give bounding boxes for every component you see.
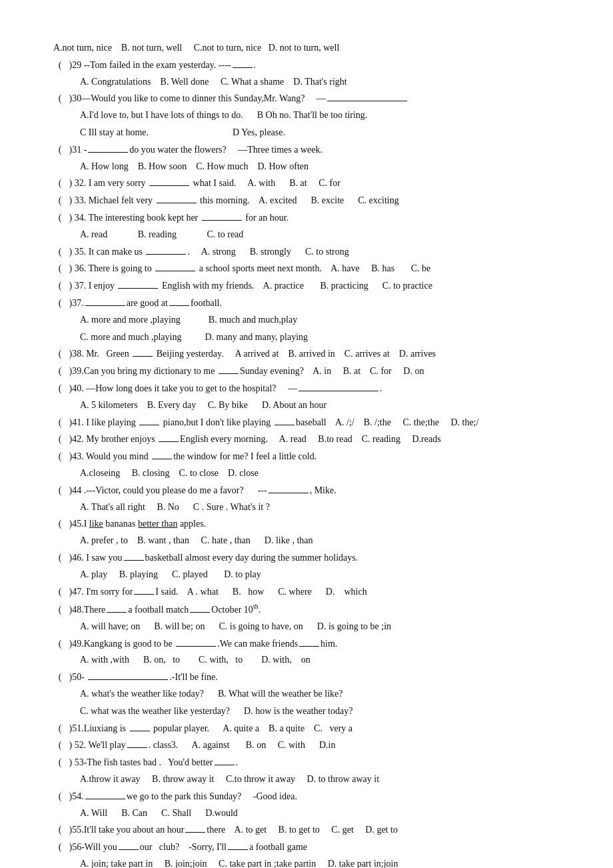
blank-38 [133, 356, 153, 357]
q54-text: )54.we go to the park this Sunday? -Good… [67, 789, 297, 805]
blank-52 [127, 747, 147, 748]
q40-text: )40. —How long does it take you to get t… [67, 381, 382, 397]
paren-left-50: ( [53, 669, 67, 685]
q29-options: A. Congratulations B. Well done C. What … [80, 74, 560, 90]
q44-text: )44 .---Victor, could you please do me a… [67, 483, 336, 499]
question-36: ( ) 36. There is going to a school sport… [53, 261, 560, 277]
blank-34 [202, 220, 242, 221]
blank-37a [118, 288, 158, 289]
question-53: ( ) 53-The fish tastes bad . You'd bette… [53, 755, 560, 787]
question-37a: ( ) 37. I enjoy English with my friends.… [53, 278, 560, 294]
paren-left-49: ( [53, 636, 67, 652]
paren-left-36: ( [53, 261, 67, 277]
blank-36 [155, 271, 195, 271]
q48-text: )48.Therea football matchOctober 10th. [67, 601, 261, 617]
q29-opt: A. Congratulations B. Well done C. What … [80, 74, 347, 90]
q54-options: A. Will B. Can C. Shall D.would [80, 805, 560, 821]
q53-options: A.throw it away B. throw away it C.to th… [80, 771, 560, 787]
blank-56a [119, 849, 139, 850]
blank-32 [149, 185, 189, 186]
question-41: ( )41. I like playing piano,but I don't … [53, 415, 560, 431]
paren-left-56: ( [53, 839, 67, 855]
question-33: ( ) 33. Michael felt very this morning. … [53, 193, 560, 209]
paren-left-46: ( [53, 550, 67, 566]
question-43: ( )43. Would you mind the window for me?… [53, 449, 560, 481]
q45-options: A. prefer , to B. want , than C. hate , … [80, 533, 560, 549]
blank-37b2 [169, 305, 189, 306]
q49-text: )49.Kangkang is good to be .We can make … [67, 636, 337, 652]
question-29: ( )29 --Tom failed in the exam yesterday… [53, 57, 560, 90]
q31-options: A. How long B. How soon C. How much D. H… [80, 159, 560, 175]
blank-50 [88, 679, 168, 680]
q50-text: )50- .-It'll be fine. [67, 669, 218, 685]
blank-44 [269, 493, 308, 493]
blank-55 [185, 832, 205, 833]
paren-left-43: ( [53, 449, 67, 465]
q34-options: A. read B. reading C. to read [80, 227, 560, 243]
paren-left-29: ( [53, 57, 67, 73]
blank-54 [85, 799, 125, 799]
paren-left-53: ( [53, 755, 67, 771]
paren-left-48: ( [53, 602, 67, 618]
q50-options2: C. what was the weather like yesterday? … [80, 703, 560, 719]
blank-48a [107, 612, 127, 613]
q45-underline2: better than [138, 519, 177, 529]
q47-text: )47. I'm sorry forI said. A . what B. ho… [67, 584, 367, 600]
q41-text: )41. I like playing piano,but I don't li… [67, 415, 478, 431]
blank-40 [299, 391, 378, 391]
paren-left-37a: ( [53, 278, 67, 294]
paren-left-37b: ( [53, 295, 67, 311]
question-31: ( )31 -do you water the flowers? —Three … [53, 142, 560, 175]
q40-options: A. 5 kilometers B. Every day C. By bike … [80, 397, 560, 413]
exam-content: A.not turn, nice B. not turn, well C.not… [53, 40, 560, 868]
paren-left-47: ( [53, 584, 67, 600]
paren-left-34: ( [53, 210, 67, 226]
q46-options: A. play B. playing C. played D. to play [80, 567, 560, 583]
q43-text: )43. Would you mind the window for me? I… [67, 449, 316, 465]
blank-31 [88, 152, 128, 153]
paren-left-38: ( [53, 346, 67, 362]
paren-left-44: ( [53, 483, 67, 499]
paren-left-32: ( [53, 175, 67, 191]
question-54: ( )54.we go to the park this Sunday? -Go… [53, 789, 560, 821]
paren-left-39: ( [53, 363, 67, 379]
blank-29 [233, 67, 253, 68]
q38-text: )38. Mr. Green Beijing yesterday. A arri… [67, 346, 436, 362]
question-44: ( )44 .---Victor, could you please do me… [53, 483, 560, 515]
question-52: ( ) 52. We'll play. class3. A. against B… [53, 737, 560, 753]
question-50: ( )50- .-It'll be fine. A. what's the we… [53, 669, 560, 719]
blank-48b [190, 612, 210, 613]
question-45: ( )45.I like bananas better than apples.… [53, 516, 560, 549]
q33-text: ) 33. Michael felt very this morning. A.… [67, 193, 399, 209]
q31-text: )31 -do you water the flowers? —Three ti… [67, 142, 322, 158]
q45-underline1: like [89, 519, 103, 529]
blank-37b1 [85, 305, 125, 306]
top-options-block: A.not turn, nice B. not turn, well C.not… [53, 40, 560, 56]
q35-text: ) 35. It can make us . A. strong B. stro… [67, 244, 349, 260]
q29-text: )29 --Tom failed in the exam yesterday. … [67, 57, 256, 73]
blank-53 [215, 765, 235, 765]
q53-text: ) 53-The fish tastes bad . You'd better. [67, 755, 238, 771]
blank-30 [327, 101, 407, 101]
paren-left-54: ( [53, 789, 67, 805]
blank-49b [299, 646, 319, 647]
top-options-line: A.not turn, nice B. not turn, well C.not… [53, 40, 560, 56]
question-34: ( ) 34. The interesting book kept her fo… [53, 210, 560, 243]
paren-left-45: ( [53, 516, 67, 532]
question-47: ( )47. I'm sorry forI said. A . what B. … [53, 584, 560, 600]
q52-text: ) 52. We'll play. class3. A. against B. … [67, 737, 335, 753]
paren-left-31: ( [53, 142, 67, 158]
question-30: ( )30—Would you like to come to dinner t… [53, 91, 560, 140]
question-49: ( )49.Kangkang is good to be .We can mak… [53, 636, 560, 669]
question-32: ( ) 32. I am very sorry what I said. A. … [53, 175, 560, 191]
blank-56b [228, 849, 248, 850]
question-39: ( )39.Can you bring my dictionary to me … [53, 363, 560, 379]
q34-text: ) 34. The interesting book kept her for … [67, 210, 289, 226]
paren-left-35: ( [53, 244, 67, 260]
question-35: ( ) 35. It can make us . A. strong B. st… [53, 244, 560, 260]
q48-options: A. will have; on B. will be; on C. is go… [80, 619, 560, 635]
q37b-text: )37.are good atfootball. [67, 295, 222, 311]
question-37b: ( )37.are good atfootball. A. more and m… [53, 295, 560, 345]
blank-35 [146, 254, 186, 255]
blank-41a [139, 425, 159, 425]
